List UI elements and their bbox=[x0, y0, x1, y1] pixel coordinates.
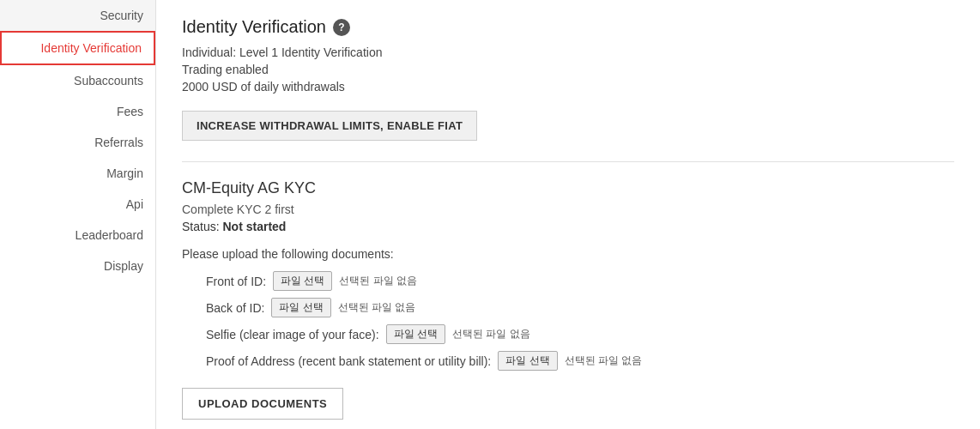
sidebar-item-subaccounts[interactable]: Subaccounts bbox=[0, 65, 155, 96]
info-line: Trading enabled bbox=[182, 63, 954, 76]
info-line: 2000 USD of daily withdrawals bbox=[182, 80, 954, 94]
sidebar-item-referrals[interactable]: Referrals bbox=[0, 127, 155, 158]
main-content: Identity Verification ? Individual: Leve… bbox=[156, 0, 980, 429]
info-lines: Individual: Level 1 Identity Verificatio… bbox=[182, 45, 954, 94]
file-select-button-0[interactable]: 파일 선택 bbox=[273, 271, 332, 291]
page-title: Identity Verification ? bbox=[182, 17, 954, 37]
kyc-title: CM-Equity AG KYC bbox=[182, 179, 954, 197]
document-item-1: Back of ID:파일 선택선택된 파일 없음 bbox=[206, 298, 954, 317]
file-name-label-1: 선택된 파일 없음 bbox=[338, 300, 416, 315]
help-icon[interactable]: ? bbox=[333, 19, 350, 36]
increase-limits-button[interactable]: INCREASE WITHDRAWAL LIMITS, ENABLE FIAT bbox=[182, 111, 477, 141]
document-list: Front of ID:파일 선택선택된 파일 없음Back of ID:파일 … bbox=[182, 271, 954, 371]
doc-label: Proof of Address (recent bank statement … bbox=[206, 354, 491, 368]
upload-documents-button[interactable]: UPLOAD DOCUMENTS bbox=[182, 388, 343, 420]
doc-label: Back of ID: bbox=[206, 301, 264, 315]
kyc-status: Status: Not started bbox=[182, 220, 954, 233]
document-item-3: Proof of Address (recent bank statement … bbox=[206, 351, 954, 371]
file-name-label-0: 선택된 파일 없음 bbox=[339, 274, 417, 288]
info-line: Individual: Level 1 Identity Verificatio… bbox=[182, 45, 954, 59]
sidebar-item-api[interactable]: Api bbox=[0, 189, 155, 220]
kyc-section: CM-Equity AG KYC Complete KYC 2 first St… bbox=[182, 179, 954, 420]
sidebar-item-leaderboard[interactable]: Leaderboard bbox=[0, 220, 155, 251]
sidebar-item-security[interactable]: Security bbox=[0, 0, 155, 31]
doc-label: Front of ID: bbox=[206, 275, 266, 288]
file-select-button-3[interactable]: 파일 선택 bbox=[498, 351, 557, 371]
file-name-label-2: 선택된 파일 없음 bbox=[452, 327, 530, 341]
sidebar-item-display[interactable]: Display bbox=[0, 251, 155, 281]
file-name-label-3: 선택된 파일 없음 bbox=[565, 353, 643, 368]
document-item-0: Front of ID:파일 선택선택된 파일 없음 bbox=[206, 271, 954, 291]
kyc-status-value: Not started bbox=[222, 220, 286, 233]
section-divider bbox=[182, 161, 954, 162]
sidebar-item-fees[interactable]: Fees bbox=[0, 96, 155, 127]
doc-label: Selfie (clear image of your face): bbox=[206, 328, 379, 341]
document-item-2: Selfie (clear image of your face):파일 선택선… bbox=[206, 324, 954, 344]
sidebar-item-identity-verification[interactable]: Identity Verification bbox=[0, 31, 155, 65]
kyc-subtitle: Complete KYC 2 first bbox=[182, 202, 954, 216]
identity-verification-title: Identity Verification bbox=[182, 17, 326, 37]
file-select-button-2[interactable]: 파일 선택 bbox=[386, 324, 445, 344]
kyc-status-label: Status: bbox=[182, 220, 220, 233]
sidebar: SecurityIdentity VerificationSubaccounts… bbox=[0, 0, 156, 429]
file-select-button-1[interactable]: 파일 선택 bbox=[271, 298, 330, 317]
sidebar-item-margin[interactable]: Margin bbox=[0, 158, 155, 189]
upload-prompt: Please upload the following documents: bbox=[182, 247, 954, 261]
